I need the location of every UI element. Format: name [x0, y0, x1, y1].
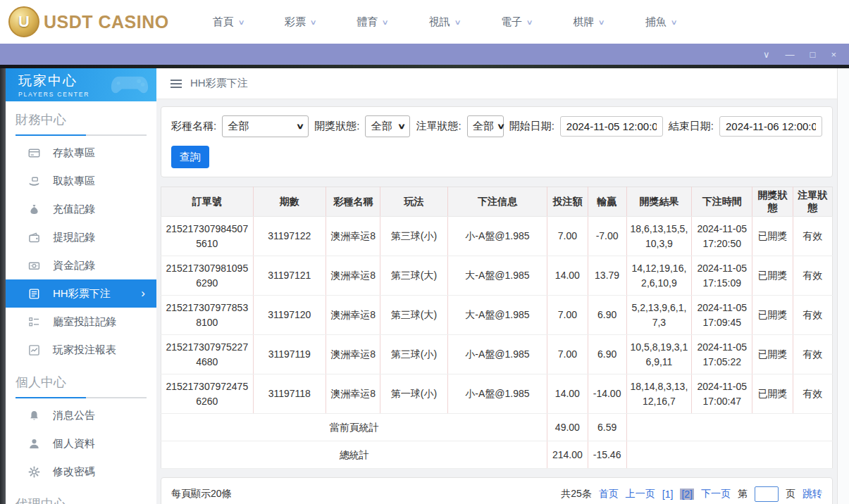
end-date-input[interactable]	[719, 116, 822, 137]
table-cell: 2152173079845075610	[161, 217, 254, 256]
page-link-1[interactable]: [1]	[662, 489, 674, 500]
dropdown-icon[interactable]: ∨	[763, 50, 770, 59]
summary-row: 當前頁統計49.006.59	[161, 414, 833, 441]
summary-empty	[626, 414, 832, 441]
section-title-0: 財務中心	[16, 111, 147, 128]
table-cell: 第一球(小)	[380, 374, 447, 414]
table-cell: 小-A盤@1.985	[447, 335, 547, 374]
column-header: 下注信息	[447, 187, 547, 217]
logo-coin-icon: U	[8, 6, 39, 37]
column-header: 輸贏	[588, 187, 626, 217]
nav-item-3[interactable]: 視訊∨	[429, 15, 460, 29]
menu-icon[interactable]	[171, 83, 182, 84]
sidebar-item-修改密碼[interactable]: 修改密碼	[6, 458, 156, 486]
players-center-banner: 玩家中心 PLAYERS CENTER	[6, 68, 156, 101]
jump-button[interactable]: 跳转	[802, 488, 822, 500]
lottery-doc-icon	[28, 288, 40, 300]
table-row: 215217307984507561031197122澳洲幸运8第三球(小)小-…	[161, 217, 833, 256]
site-logo[interactable]: U USDT CASINO	[8, 6, 169, 37]
table-cell: 2024-11-05 17:20:50	[692, 217, 752, 256]
left-edge-decoration	[0, 68, 6, 504]
sidebar-item-HH彩票下注[interactable]: HH彩票下注›	[6, 279, 156, 308]
summary-bet-total: 49.00	[547, 414, 588, 441]
table-cell: 14,12,19,16,2,6,10,9	[626, 256, 691, 296]
sidebar-item-label: HH彩票下注	[53, 287, 111, 301]
table-cell: 已開獎	[752, 217, 793, 256]
nav-item-4[interactable]: 電子∨	[501, 15, 532, 29]
right-gutter	[837, 68, 849, 504]
lottery-name-select[interactable]: 全部 ∨	[222, 115, 309, 137]
sidebar-item-玩家投注報表[interactable]: 玩家投注報表	[6, 336, 156, 364]
report-chart-icon	[28, 344, 40, 356]
sidebar-item-資金記錄[interactable]: 資金記錄	[6, 251, 156, 279]
nav-item-label: 體育	[357, 15, 378, 29]
sidebar-item-消息公告[interactable]: 消息公告	[6, 401, 156, 429]
table-cell: 7.00	[547, 296, 588, 335]
nav-item-label: 電子	[501, 15, 522, 29]
close-icon[interactable]: ×	[831, 50, 836, 59]
first-page-link[interactable]: 首页	[599, 488, 619, 500]
table-cell: 已開獎	[752, 335, 793, 374]
search-button[interactable]: 查詢	[171, 146, 209, 168]
table-cell: 澳洲幸运8	[326, 374, 380, 414]
order-status-select[interactable]: 全部 ∨	[467, 115, 504, 137]
sidebar-item-提現記錄[interactable]: 提現記錄	[6, 223, 156, 251]
logo-letter: U	[18, 13, 30, 31]
jump-page-input[interactable]	[755, 486, 779, 502]
table-cell: 澳洲幸运8	[326, 335, 380, 374]
gamepad-icon	[110, 73, 149, 96]
withdraw-hand-icon	[28, 175, 40, 187]
jump-prefix-label: 第	[738, 488, 748, 500]
draw-status-select[interactable]: 全部 ∨	[365, 115, 410, 137]
chevron-down-icon: ∨	[310, 18, 317, 26]
sidebar-item-label: 充值記錄	[53, 203, 95, 216]
sidebar-item-label: 玩家投注報表	[53, 344, 116, 357]
start-date-input[interactable]	[560, 116, 663, 137]
chevron-down-icon: ∨	[497, 122, 505, 131]
prev-page-link[interactable]: 上一页	[626, 488, 655, 500]
table-cell: 7.00	[547, 217, 588, 256]
table-cell: -7.00	[588, 217, 626, 256]
table-cell: 小-A盤@1.985	[447, 374, 547, 414]
summary-row: 總統計214.00-15.46	[161, 441, 833, 469]
table-cell: 2024-11-05 17:05:22	[692, 335, 752, 374]
bet-records-table-panel: 訂單號期數彩種名稱玩法下注信息投注額輸贏開獎結果下注時間開獎狀態注單狀態 215…	[161, 187, 833, 469]
sidebar-item-取款專區[interactable]: 取款專區	[6, 167, 156, 195]
column-header: 訂單號	[161, 187, 254, 217]
nav-item-label: 彩票	[285, 15, 306, 29]
table-cell: 已開獎	[752, 296, 793, 335]
chevron-down-icon: ∨	[454, 18, 461, 26]
minimize-icon[interactable]: —	[786, 50, 795, 59]
table-cell: 有效	[793, 335, 832, 374]
table-cell: 有效	[793, 374, 832, 414]
table-header-row: 訂單號期數彩種名稱玩法下注信息投注額輸贏開獎結果下注時間開獎狀態注單狀態	[161, 187, 833, 217]
column-header: 投注額	[547, 187, 588, 217]
table-cell: 14.00	[547, 374, 588, 414]
table-row: 215217307981095629031197121澳洲幸运8第三球(大)大-…	[161, 256, 833, 296]
table-cell: 31197121	[253, 256, 326, 296]
nav-item-2[interactable]: 體育∨	[357, 15, 388, 29]
filter-panel: 彩種名稱: 全部 ∨ 開獎狀態: 全部 ∨ 注單狀態: 全部 ∨	[161, 106, 833, 177]
sidebar-item-個人資料[interactable]: 個人資料	[6, 429, 156, 458]
nav-item-1[interactable]: 彩票∨	[285, 15, 316, 29]
sidebar-sections: 財務中心存款專區取款專區充值記錄提現記錄資金記錄HH彩票下注›廳室投註記錄玩家投…	[6, 111, 156, 504]
nav-item-6[interactable]: 捕魚∨	[645, 15, 676, 29]
nav-item-label: 棋牌	[573, 15, 594, 29]
table-cell: 第三球(大)	[380, 256, 447, 296]
next-page-link[interactable]: 下一页	[701, 488, 731, 500]
sidebar-item-廳室投註記錄[interactable]: 廳室投註記錄	[6, 308, 156, 336]
maximize-icon[interactable]: □	[810, 50, 816, 59]
nav-item-label: 視訊	[429, 15, 450, 29]
sidebar-item-存款專區[interactable]: 存款專區	[6, 139, 156, 167]
table-cell: 第三球(大)	[380, 296, 447, 335]
table-cell: 2152173079724756260	[161, 374, 254, 414]
table-cell: 18,14,8,3,13,12,16,7	[626, 374, 691, 414]
nav-item-0[interactable]: 首頁∨	[213, 15, 244, 29]
sidebar-item-充值記錄[interactable]: 充值記錄	[6, 195, 156, 223]
table-cell: 澳洲幸运8	[326, 256, 380, 296]
table-cell: 18,6,13,15,5,10,3,9	[626, 217, 691, 256]
section-underline	[16, 397, 147, 398]
nav-item-5[interactable]: 棋牌∨	[573, 15, 604, 29]
chevron-down-icon: ∨	[237, 18, 244, 26]
table-cell: 已開獎	[752, 256, 793, 296]
